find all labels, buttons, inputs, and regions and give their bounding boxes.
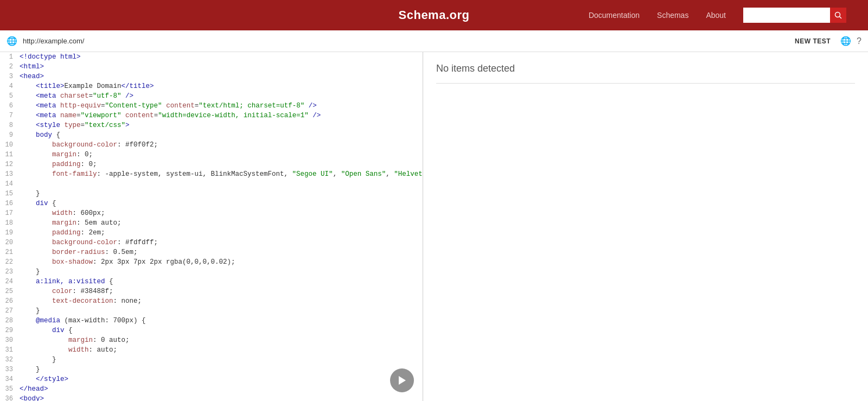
code-line: 6 <meta http-equiv="Content-type" conten… xyxy=(0,101,423,111)
code-content: body { xyxy=(20,130,60,140)
code-line: 5 <meta charset="utf-8" /> xyxy=(0,91,423,101)
code-content: } xyxy=(20,267,40,277)
search-container xyxy=(743,8,846,23)
code-content: } xyxy=(20,365,40,374)
line-number: 36 xyxy=(0,394,20,401)
line-number: 6 xyxy=(0,101,20,111)
header-nav: Documentation Schemas About xyxy=(589,8,846,23)
line-number: 2 xyxy=(0,62,20,72)
code-content: <head> xyxy=(20,72,44,81)
code-content: margin: 5em auto; xyxy=(20,218,122,228)
line-number: 16 xyxy=(0,199,20,208)
code-content: <meta name="viewport" content="width=dev… xyxy=(20,111,321,120)
code-line: 23 } xyxy=(0,267,423,277)
code-content: <style type="text/css"> xyxy=(20,120,130,130)
code-content: margin: 0 auto; xyxy=(20,335,130,345)
code-line: 2<html> xyxy=(0,62,423,72)
line-number: 25 xyxy=(0,287,20,296)
url-bar: 🌐 http://example.com/ NEW TEST 🌐 ? xyxy=(0,30,868,52)
line-number: 26 xyxy=(0,296,20,306)
header: Schema.org Documentation Schemas About xyxy=(0,0,868,30)
line-number: 12 xyxy=(0,160,20,169)
code-line: 29 div { xyxy=(0,326,423,335)
code-line: 31 width: auto; xyxy=(0,345,423,355)
svg-line-1 xyxy=(840,17,842,19)
line-number: 33 xyxy=(0,365,20,374)
code-line: 36<body> xyxy=(0,394,423,401)
code-content: <html> xyxy=(20,62,44,72)
code-content: @media (max-width: 700px) { xyxy=(20,316,146,326)
line-number: 10 xyxy=(0,140,20,150)
code-content: <meta http-equiv="Content-type" content=… xyxy=(20,101,317,111)
code-line: 30 margin: 0 auto; xyxy=(0,335,423,345)
line-number: 21 xyxy=(0,247,20,257)
search-button[interactable] xyxy=(830,8,846,23)
code-content: } xyxy=(20,189,40,199)
code-line: 4 <title>Example Domain</title> xyxy=(0,81,423,91)
code-line: 35</head> xyxy=(0,384,423,394)
code-line: 14 xyxy=(0,179,423,189)
line-number: 17 xyxy=(0,208,20,218)
code-content: <!doctype html> xyxy=(20,52,81,62)
code-content: background-color: #f0f0f2; xyxy=(20,140,158,150)
code-panel[interactable]: 1<!doctype html>2<html>3<head>4 <title>E… xyxy=(0,52,423,401)
code-line: 1<!doctype html> xyxy=(0,52,423,62)
code-content: } xyxy=(20,355,56,365)
no-items-text: No items detected xyxy=(436,63,855,74)
search-icon xyxy=(834,11,842,19)
code-content: a:link, a:visited { xyxy=(20,277,113,287)
code-content: width: 600px; xyxy=(20,208,105,218)
line-number: 5 xyxy=(0,91,20,101)
nav-documentation[interactable]: Documentation xyxy=(589,11,640,20)
play-button[interactable] xyxy=(390,368,414,392)
nav-about[interactable]: About xyxy=(706,11,726,20)
line-number: 30 xyxy=(0,335,20,345)
code-content: <body> xyxy=(20,394,44,401)
code-line: 15 } xyxy=(0,189,423,199)
code-line: 21 border-radius: 0.5em; xyxy=(0,247,423,257)
results-panel: No items detected xyxy=(423,52,868,401)
code-line: 33 } xyxy=(0,365,423,374)
code-line: 24 a:link, a:visited { xyxy=(0,277,423,287)
language-icon[interactable]: 🌐 xyxy=(840,36,851,46)
code-content: font-family: -apple-system, system-ui, B… xyxy=(20,169,423,179)
line-number: 15 xyxy=(0,189,20,199)
line-number: 20 xyxy=(0,238,20,247)
code-content: div { xyxy=(20,326,73,335)
results-divider xyxy=(436,83,855,84)
code-line: 13 font-family: -apple-system, system-ui… xyxy=(0,169,423,179)
code-content: </style> xyxy=(20,374,68,384)
new-test-button[interactable]: NEW TEST xyxy=(790,35,835,47)
code-line: 11 margin: 0; xyxy=(0,150,423,160)
code-line: 20 background-color: #fdfdff; xyxy=(0,238,423,247)
code-line: 12 padding: 0; xyxy=(0,160,423,169)
code-line: 32 } xyxy=(0,355,423,365)
line-number: 31 xyxy=(0,345,20,355)
url-text[interactable]: http://example.com/ xyxy=(23,37,785,45)
code-content: background-color: #fdfdff; xyxy=(20,238,158,247)
code-line: 17 width: 600px; xyxy=(0,208,423,218)
code-line: 28 @media (max-width: 700px) { xyxy=(0,316,423,326)
nav-schemas[interactable]: Schemas xyxy=(657,11,688,20)
line-number: 35 xyxy=(0,384,20,394)
main-content: 1<!doctype html>2<html>3<head>4 <title>E… xyxy=(0,52,868,401)
code-content: <meta charset="utf-8" /> xyxy=(20,91,133,101)
line-number: 22 xyxy=(0,257,20,267)
code-line: 18 margin: 5em auto; xyxy=(0,218,423,228)
code-line: 3<head> xyxy=(0,72,423,81)
code-content: border-radius: 0.5em; xyxy=(20,247,138,257)
code-line: 7 <meta name="viewport" content="width=d… xyxy=(0,111,423,120)
help-icon[interactable]: ? xyxy=(857,36,861,46)
line-number: 28 xyxy=(0,316,20,326)
svg-point-0 xyxy=(835,12,840,17)
code-line: 26 text-decoration: none; xyxy=(0,296,423,306)
code-content: <title>Example Domain</title> xyxy=(20,81,154,91)
line-number: 3 xyxy=(0,72,20,81)
line-number: 32 xyxy=(0,355,20,365)
site-logo[interactable]: Schema.org xyxy=(399,8,470,22)
line-number: 24 xyxy=(0,277,20,287)
line-number: 18 xyxy=(0,218,20,228)
search-input[interactable] xyxy=(743,8,830,23)
code-content: text-decoration: none; xyxy=(20,296,142,306)
code-line: 10 background-color: #f0f0f2; xyxy=(0,140,423,150)
